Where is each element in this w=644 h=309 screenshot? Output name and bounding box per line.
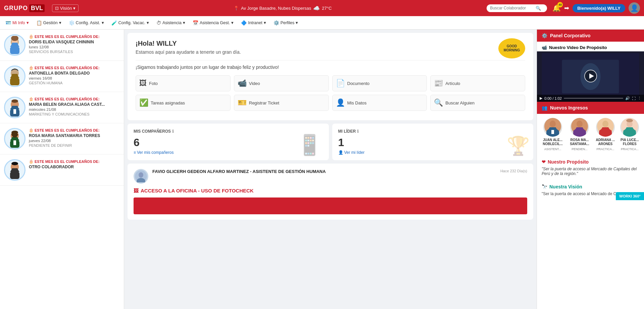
newcomer-3: ADRIANA ... ARONES PRACTICA... — [595, 118, 616, 151]
leader-label-text: MI LÍDER — [338, 129, 356, 134]
companions-label: MIS COMPAÑEROS ℹ — [134, 129, 323, 134]
companions-link[interactable]: ≡ Ver mis compañeros — [134, 150, 323, 155]
cake-icon-2: 🎂 — [29, 65, 34, 70]
post-author-name: FAVIO GLICERH GEDEON ALFARO MARTINEZ - A… — [152, 169, 496, 174]
video-play-button[interactable] — [584, 70, 597, 84]
svg-point-22 — [11, 162, 18, 165]
vision-section: 🔭 Nuestra Visión "Ser la puerta de acces… — [537, 180, 644, 200]
nav-item-perfiles[interactable]: ⚙️ Perfiles ▾ — [270, 19, 302, 27]
person-avatar-f2 — [7, 67, 22, 85]
video-time: 0:00 / 1:02 — [544, 96, 562, 100]
mi-info-icon: 🪪 — [5, 20, 11, 26]
action-foto[interactable]: 🖼 Foto — [136, 75, 231, 91]
cake-icon-1: 🎂 — [29, 34, 34, 39]
birthday-avatar-1 — [4, 34, 26, 56]
video-controls: ▶ 0:00 / 1:02 🔊 ⛶ ⋮ — [537, 95, 644, 102]
search-input[interactable] — [490, 6, 534, 10]
stats-row: MIS COMPAÑEROS ℹ 6 ≡ Ver mis compañeros … — [128, 124, 533, 160]
companions-link-text: Ver mis compañeros — [137, 150, 174, 155]
svg-point-40 — [602, 121, 608, 127]
weather-cloud-icon: ☁️ — [313, 5, 320, 11]
svg-point-33 — [550, 121, 556, 127]
documento-icon: 📄 — [336, 79, 345, 88]
birthday-title-5: 🎂 ESTE MES ES EL CUMPLEAÑOS DE: — [29, 159, 120, 164]
cake-icon-4: 🎂 — [29, 128, 34, 132]
center-content: ¡Hola! WILLY Estamos aquí para ayudarte … — [124, 30, 537, 309]
welcome-button[interactable]: Bienvenido(a) WILLY — [573, 4, 625, 12]
play-control-icon[interactable]: ▶ — [540, 96, 542, 100]
gestion-icon: 📋 — [36, 20, 42, 26]
good-morning-badge: GOODMORNING — [498, 38, 525, 58]
newcomer-1: JUAN ALE... NOBLECIL... ASISTENT... — [541, 118, 564, 151]
birthday-info-2: 🎂 ESTE MES ES EL CUMPLEAÑOS DE: ANTONELL… — [29, 65, 120, 85]
birthday-date-3: miércoles 21/08 — [29, 107, 120, 112]
nav-item-config-asist[interactable]: ❄️ Config. Asist. ▾ — [65, 19, 107, 27]
user-avatar-icon: 👤 — [630, 4, 639, 12]
proposito-section: ❤ Nuestro Propósito "Ser la puerta de ac… — [537, 155, 644, 180]
tareas-icon: ✅ — [139, 98, 148, 107]
leader-link[interactable]: 👤 Ver mi líder — [338, 150, 528, 155]
post-author-info: FAVIO GLICERH GEDEON ALFARO MARTINEZ - A… — [152, 169, 496, 174]
video-section: 📹 Nuestro Video De Propósito ▶ — [537, 42, 644, 102]
action-tareas-label: Tareas asignadas — [151, 100, 185, 105]
nav-item-mi-info[interactable]: 🪪 Mi Info ▾ — [2, 19, 32, 27]
video-progress-bar[interactable] — [564, 98, 623, 99]
nav-label-intranet: Intranet — [248, 20, 262, 25]
config-vacac-icon: 🧪 — [111, 20, 117, 26]
mis-datos-icon: 👤 — [336, 98, 345, 107]
nav-item-asistencia[interactable]: ⏱ Asistencia ▾ — [153, 19, 189, 27]
worki-label: WORKI 360° — [619, 194, 641, 198]
birthday-info-5: 🎂 ESTE MES ES EL CUMPLEAÑOS DE: OTRO COL… — [29, 159, 120, 169]
post-author-avatar — [134, 169, 148, 184]
nav-label-perfiles: Perfiles — [281, 20, 295, 25]
svg-rect-20 — [10, 172, 19, 179]
action-tareas[interactable]: ✅ Tareas asignadas — [136, 95, 231, 111]
action-buscar[interactable]: 🔍 Buscar Alguien — [430, 95, 525, 111]
action-ticket[interactable]: 🎫 Registrar Ticket — [234, 95, 329, 111]
leader-label: MI LÍDER ℹ — [338, 129, 528, 134]
photo-icon: 🖼 — [134, 188, 139, 193]
hello-card: ¡Hola! WILLY Estamos aquí para ayudarte … — [128, 33, 533, 120]
worki-badge[interactable]: WORKI 360° — [616, 192, 644, 200]
logo[interactable]: GRUPO BVL — [4, 4, 45, 12]
nav-item-asistencia-gest[interactable]: 📅 Asistencia Gest. ▾ — [189, 19, 237, 27]
birthday-avatar-4 — [4, 128, 26, 149]
person-avatar-m2 — [7, 130, 22, 148]
svg-point-45 — [626, 119, 633, 122]
nuevos-ingresos-header: 👥 Nuevos Ingresos — [537, 102, 644, 114]
notification-button[interactable]: 🔔 40 — [552, 4, 561, 12]
action-documento-label: Documento — [347, 81, 369, 86]
birthday-name-1: DORIS ELIDA VASQUEZ CHINININ — [29, 40, 120, 44]
vision-icon: 🔭 — [542, 184, 547, 189]
more-options-icon[interactable]: ⋮ — [638, 96, 641, 100]
video-player[interactable]: ▶ 0:00 / 1:02 🔊 ⛶ ⋮ — [537, 51, 644, 102]
birthday-name-4: ROSA MARIA SANTAMARIA TORRES — [29, 133, 120, 138]
secondary-navbar: 🪪 Mi Info ▾ 📋 Gestión ▾ ❄️ Config. Asist… — [0, 16, 644, 30]
fullscreen-icon[interactable]: ⛶ — [632, 96, 636, 100]
logo-grupo: GRUPO — [4, 5, 28, 12]
action-articulo[interactable]: 📰 Artículo — [430, 75, 525, 91]
quick-actions-grid: 🖼 Foto 📹 Video 📄 Documento 📰 Artículo ✅ — [136, 75, 525, 111]
search-box[interactable]: 🔍 — [487, 4, 547, 12]
volume-icon[interactable]: 🔊 — [625, 96, 630, 100]
birthday-date-2: viernes 16/08 — [29, 76, 120, 80]
birthday-title-2: 🎂 ESTE MES ES EL CUMPLEAÑOS DE: — [29, 65, 120, 70]
action-documento[interactable]: 📄 Documento — [332, 75, 427, 91]
birthday-info-4: 🎂 ESTE MES ES EL CUMPLEAÑOS DE: ROSA MAR… — [29, 128, 120, 147]
newcomer-svg-4 — [621, 118, 638, 137]
nav-item-gestion[interactable]: 📋 Gestión ▾ — [33, 19, 65, 27]
newcomer-role-4: PRACTICA... — [621, 147, 639, 151]
post-time: Hace 232 Día(s) — [500, 169, 527, 173]
articulo-icon: 📰 — [434, 79, 443, 88]
asistencia-icon: ⏱ — [156, 20, 161, 26]
action-mis-datos[interactable]: 👤 Mis Datos — [332, 95, 427, 111]
nav-item-intranet[interactable]: 🔷 Intranet ▾ — [238, 19, 269, 27]
nav-item-config-vacac[interactable]: 🧪 Config. Vacac. ▾ — [108, 19, 152, 27]
foto-icon: 🖼 — [139, 79, 147, 88]
newcomer-avatar-3 — [596, 118, 615, 137]
user-avatar[interactable]: 👤 — [629, 2, 640, 14]
vision-button[interactable]: ⊡ Visión ▾ — [52, 4, 79, 12]
nav-label-asistencia-gest: Asistencia Gest. — [200, 20, 230, 25]
action-video[interactable]: 📹 Video — [234, 75, 329, 91]
leader-decoration: 🏆 — [507, 135, 530, 157]
